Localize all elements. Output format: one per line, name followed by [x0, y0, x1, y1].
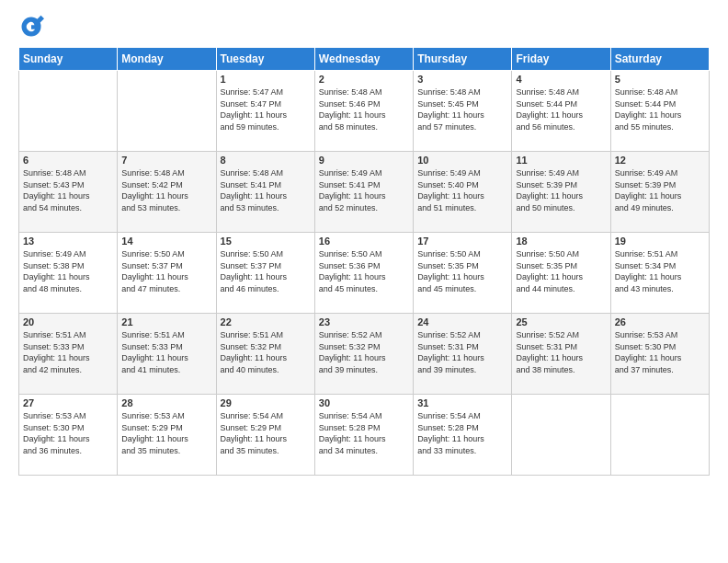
day-number: 1	[221, 74, 311, 85]
day-number: 29	[221, 397, 311, 408]
weekday-header-tuesday: Tuesday	[216, 48, 314, 71]
cell-content: Sunrise: 5:48 AM Sunset: 5:43 PM Dayligh…	[23, 167, 113, 213]
calendar-cell: 5Sunrise: 5:48 AM Sunset: 5:44 PM Daylig…	[610, 71, 709, 152]
weekday-header-thursday: Thursday	[414, 48, 512, 71]
cell-content: Sunrise: 5:48 AM Sunset: 5:46 PM Dayligh…	[319, 86, 409, 132]
calendar-week-row: 27Sunrise: 5:53 AM Sunset: 5:30 PM Dayli…	[19, 395, 710, 476]
calendar-cell: 25Sunrise: 5:52 AM Sunset: 5:31 PM Dayli…	[512, 314, 610, 395]
calendar: SundayMondayTuesdayWednesdayThursdayFrid…	[18, 47, 710, 476]
weekday-header-monday: Monday	[118, 48, 216, 71]
cell-content: Sunrise: 5:52 AM Sunset: 5:31 PM Dayligh…	[417, 329, 507, 375]
day-number: 18	[516, 236, 606, 247]
cell-content: Sunrise: 5:51 AM Sunset: 5:32 PM Dayligh…	[221, 329, 311, 375]
cell-content: Sunrise: 5:50 AM Sunset: 5:37 PM Dayligh…	[221, 248, 311, 294]
weekday-header-friday: Friday	[512, 48, 610, 71]
calendar-week-row: 20Sunrise: 5:51 AM Sunset: 5:33 PM Dayli…	[19, 314, 710, 395]
calendar-cell: 18Sunrise: 5:50 AM Sunset: 5:35 PM Dayli…	[512, 233, 610, 314]
day-number: 8	[221, 155, 311, 166]
day-number: 3	[417, 74, 507, 85]
day-number: 25	[516, 316, 606, 327]
cell-content: Sunrise: 5:51 AM Sunset: 5:33 PM Dayligh…	[121, 329, 211, 375]
day-number: 10	[417, 155, 507, 166]
day-number: 30	[319, 397, 409, 408]
calendar-cell: 13Sunrise: 5:49 AM Sunset: 5:38 PM Dayli…	[19, 233, 118, 314]
day-number: 5	[615, 74, 705, 85]
calendar-cell	[512, 395, 610, 476]
cell-content: Sunrise: 5:53 AM Sunset: 5:29 PM Dayligh…	[121, 410, 211, 456]
cell-content: Sunrise: 5:48 AM Sunset: 5:45 PM Dayligh…	[417, 86, 507, 132]
calendar-cell: 21Sunrise: 5:51 AM Sunset: 5:33 PM Dayli…	[118, 314, 216, 395]
header	[18, 14, 710, 40]
calendar-cell: 20Sunrise: 5:51 AM Sunset: 5:33 PM Dayli…	[19, 314, 118, 395]
cell-content: Sunrise: 5:50 AM Sunset: 5:35 PM Dayligh…	[516, 248, 606, 294]
day-number: 13	[23, 236, 113, 247]
calendar-week-row: 13Sunrise: 5:49 AM Sunset: 5:38 PM Dayli…	[19, 233, 710, 314]
calendar-cell: 4Sunrise: 5:48 AM Sunset: 5:44 PM Daylig…	[512, 71, 610, 152]
cell-content: Sunrise: 5:48 AM Sunset: 5:44 PM Dayligh…	[615, 86, 705, 132]
calendar-cell: 30Sunrise: 5:54 AM Sunset: 5:28 PM Dayli…	[314, 395, 413, 476]
cell-content: Sunrise: 5:51 AM Sunset: 5:34 PM Dayligh…	[615, 248, 705, 294]
calendar-cell: 24Sunrise: 5:52 AM Sunset: 5:31 PM Dayli…	[414, 314, 512, 395]
calendar-cell: 12Sunrise: 5:49 AM Sunset: 5:39 PM Dayli…	[610, 152, 709, 233]
day-number: 21	[121, 316, 211, 327]
calendar-cell: 31Sunrise: 5:54 AM Sunset: 5:28 PM Dayli…	[414, 395, 512, 476]
calendar-cell: 1Sunrise: 5:47 AM Sunset: 5:47 PM Daylig…	[216, 71, 314, 152]
day-number: 19	[615, 236, 705, 247]
calendar-cell: 28Sunrise: 5:53 AM Sunset: 5:29 PM Dayli…	[118, 395, 216, 476]
cell-content: Sunrise: 5:51 AM Sunset: 5:33 PM Dayligh…	[23, 329, 113, 375]
day-number: 23	[319, 316, 409, 327]
day-number: 4	[516, 74, 606, 85]
cell-content: Sunrise: 5:54 AM Sunset: 5:28 PM Dayligh…	[417, 410, 507, 456]
cell-content: Sunrise: 5:49 AM Sunset: 5:39 PM Dayligh…	[615, 167, 705, 213]
cell-content: Sunrise: 5:54 AM Sunset: 5:29 PM Dayligh…	[221, 410, 311, 456]
cell-content: Sunrise: 5:50 AM Sunset: 5:37 PM Dayligh…	[121, 248, 211, 294]
day-number: 6	[23, 155, 113, 166]
cell-content: Sunrise: 5:53 AM Sunset: 5:30 PM Dayligh…	[23, 410, 113, 456]
weekday-header-row: SundayMondayTuesdayWednesdayThursdayFrid…	[19, 48, 710, 71]
weekday-header-wednesday: Wednesday	[314, 48, 413, 71]
calendar-cell: 26Sunrise: 5:53 AM Sunset: 5:30 PM Dayli…	[610, 314, 709, 395]
calendar-cell: 16Sunrise: 5:50 AM Sunset: 5:36 PM Dayli…	[314, 233, 413, 314]
calendar-cell: 23Sunrise: 5:52 AM Sunset: 5:32 PM Dayli…	[314, 314, 413, 395]
day-number: 15	[221, 236, 311, 247]
cell-content: Sunrise: 5:54 AM Sunset: 5:28 PM Dayligh…	[319, 410, 409, 456]
calendar-cell	[610, 395, 709, 476]
day-number: 31	[417, 397, 507, 408]
calendar-cell: 11Sunrise: 5:49 AM Sunset: 5:39 PM Dayli…	[512, 152, 610, 233]
calendar-cell: 6Sunrise: 5:48 AM Sunset: 5:43 PM Daylig…	[19, 152, 118, 233]
cell-content: Sunrise: 5:49 AM Sunset: 5:39 PM Dayligh…	[516, 167, 606, 213]
calendar-cell: 9Sunrise: 5:49 AM Sunset: 5:41 PM Daylig…	[314, 152, 413, 233]
calendar-cell: 10Sunrise: 5:49 AM Sunset: 5:40 PM Dayli…	[414, 152, 512, 233]
cell-content: Sunrise: 5:50 AM Sunset: 5:35 PM Dayligh…	[417, 248, 507, 294]
day-number: 27	[23, 397, 113, 408]
day-number: 9	[319, 155, 409, 166]
logo-icon	[18, 14, 44, 40]
cell-content: Sunrise: 5:53 AM Sunset: 5:30 PM Dayligh…	[615, 329, 705, 375]
day-number: 7	[121, 155, 211, 166]
cell-content: Sunrise: 5:52 AM Sunset: 5:31 PM Dayligh…	[516, 329, 606, 375]
calendar-week-row: 6Sunrise: 5:48 AM Sunset: 5:43 PM Daylig…	[19, 152, 710, 233]
cell-content: Sunrise: 5:48 AM Sunset: 5:41 PM Dayligh…	[221, 167, 311, 213]
day-number: 17	[417, 236, 507, 247]
day-number: 14	[121, 236, 211, 247]
calendar-cell: 2Sunrise: 5:48 AM Sunset: 5:46 PM Daylig…	[314, 71, 413, 152]
day-number: 22	[221, 316, 311, 327]
calendar-cell: 15Sunrise: 5:50 AM Sunset: 5:37 PM Dayli…	[216, 233, 314, 314]
calendar-cell	[118, 71, 216, 152]
cell-content: Sunrise: 5:52 AM Sunset: 5:32 PM Dayligh…	[319, 329, 409, 375]
day-number: 11	[516, 155, 606, 166]
calendar-cell: 8Sunrise: 5:48 AM Sunset: 5:41 PM Daylig…	[216, 152, 314, 233]
cell-content: Sunrise: 5:49 AM Sunset: 5:41 PM Dayligh…	[319, 167, 409, 213]
cell-content: Sunrise: 5:49 AM Sunset: 5:38 PM Dayligh…	[23, 248, 113, 294]
calendar-cell: 22Sunrise: 5:51 AM Sunset: 5:32 PM Dayli…	[216, 314, 314, 395]
day-number: 28	[121, 397, 211, 408]
cell-content: Sunrise: 5:48 AM Sunset: 5:42 PM Dayligh…	[121, 167, 211, 213]
cell-content: Sunrise: 5:50 AM Sunset: 5:36 PM Dayligh…	[319, 248, 409, 294]
calendar-cell	[19, 71, 118, 152]
calendar-week-row: 1Sunrise: 5:47 AM Sunset: 5:47 PM Daylig…	[19, 71, 710, 152]
page: SundayMondayTuesdayWednesdayThursdayFrid…	[0, 0, 728, 563]
calendar-cell: 14Sunrise: 5:50 AM Sunset: 5:37 PM Dayli…	[118, 233, 216, 314]
day-number: 24	[417, 316, 507, 327]
calendar-cell: 7Sunrise: 5:48 AM Sunset: 5:42 PM Daylig…	[118, 152, 216, 233]
calendar-cell: 27Sunrise: 5:53 AM Sunset: 5:30 PM Dayli…	[19, 395, 118, 476]
